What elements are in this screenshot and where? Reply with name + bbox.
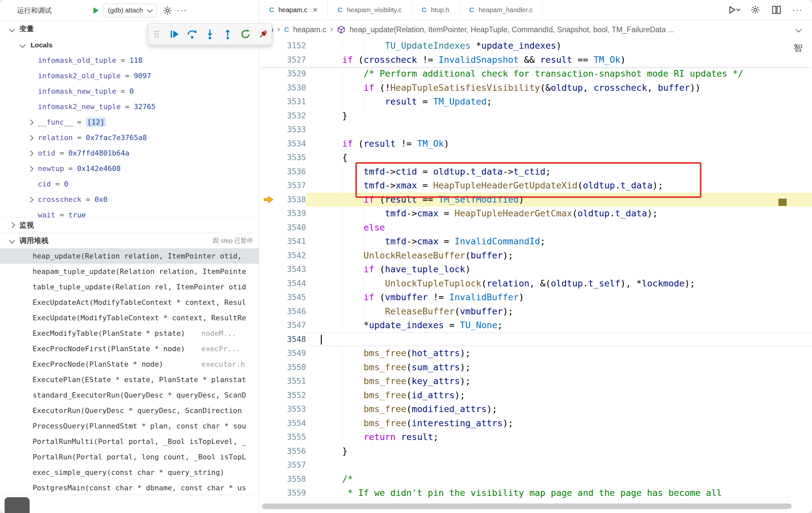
line-number[interactable]: 3547: [278, 318, 306, 332]
line-number[interactable]: 3527: [278, 53, 306, 67]
gutter-glyph[interactable]: [259, 123, 278, 137]
continue-button[interactable]: [167, 27, 182, 42]
chevron-down-icon[interactable]: [795, 26, 802, 32]
gutter-glyph[interactable]: [259, 290, 278, 304]
gutter-glyph[interactable]: [259, 277, 278, 291]
code-line[interactable]: 3544 UnlockTupleTuplock(relation, &(oldt…: [259, 277, 812, 291]
line-number[interactable]: 3543: [278, 263, 306, 277]
run-or-debug-button[interactable]: [727, 3, 742, 17]
callstack-section-header[interactable]: 调用堆栈 因 step 已暂停: [0, 233, 259, 248]
gutter-glyph[interactable]: [259, 179, 278, 193]
code-line[interactable]: 3540 else: [259, 221, 812, 235]
line-number[interactable]: 3549: [278, 346, 306, 360]
code-line[interactable]: 3547 *update_indexes = TU_None;: [259, 318, 812, 332]
line-number[interactable]: 3542: [278, 249, 306, 263]
line-number[interactable]: 3551: [278, 374, 306, 388]
gutter-glyph[interactable]: [259, 249, 278, 263]
callstack-frame[interactable]: ProcessQuery(PlannedStmt * plan, const c…: [0, 418, 259, 434]
chevron-right-icon[interactable]: [27, 119, 33, 125]
code-line[interactable]: 3549 bms_free(hot_attrs);: [259, 346, 812, 360]
gutter-glyph[interactable]: [259, 430, 278, 444]
callstack-frame[interactable]: ExecutePlan(EState * estate, PlanState *…: [0, 372, 259, 387]
callstack-frame[interactable]: heap_update(Relation relation, ItemPoint…: [0, 248, 259, 264]
close-tab-icon[interactable]: ×: [313, 5, 318, 14]
code-line[interactable]: 3557: [259, 458, 812, 472]
line-number[interactable]: 3532: [278, 109, 306, 123]
callstack-frame[interactable]: PortalRunMulti(Portal portal, _Bool isTo…: [0, 434, 259, 449]
code-line[interactable]: 3532 }: [259, 109, 812, 123]
callstack-frame[interactable]: ExecProcNode(PlanState * node)executor.h: [0, 357, 259, 372]
disconnect-button[interactable]: [256, 27, 271, 42]
chevron-right-icon[interactable]: [27, 197, 33, 203]
code-line[interactable]: 3539 tmfd->cmax = HeapTupleHeaderGetCmax…: [259, 207, 812, 221]
watch-section-header[interactable]: 监视: [0, 217, 259, 233]
code-line[interactable]: 3555 return result;: [259, 430, 812, 444]
code-line[interactable]: 3552 bms_free(id_attrs);: [259, 388, 812, 402]
code-line[interactable]: 3542 UnlockReleaseBuffer(buffer);: [259, 249, 812, 263]
gutter-glyph[interactable]: [259, 221, 278, 235]
callstack-frame[interactable]: ExecProcNodeFirst(PlanState * node)execP…: [0, 341, 259, 357]
line-number[interactable]: 3544: [278, 277, 306, 291]
gutter-glyph[interactable]: [259, 444, 278, 458]
gutter-glyph[interactable]: [259, 402, 278, 416]
gutter-glyph[interactable]: [259, 109, 278, 123]
callstack-frame[interactable]: table_tuple_update(Relation rel, ItemPoi…: [0, 279, 259, 295]
code-line[interactable]: 3543 if (have_tuple_lock): [259, 263, 812, 277]
variable-row[interactable]: cid = 0: [0, 176, 259, 192]
code-line[interactable]: 3537 tmfd->xmax = HeapTupleHeaderGetUpda…: [259, 179, 812, 193]
callstack-frame[interactable]: ExecUpdateAct(ModifyTableContext * conte…: [0, 295, 259, 310]
chevron-right-icon[interactable]: [27, 150, 33, 156]
debug-config-dropdown[interactable]: (gdb) attach: [103, 4, 157, 18]
line-number[interactable]: 3536: [278, 165, 306, 179]
chevron-right-icon[interactable]: [27, 135, 33, 141]
debug-current-line-arrow-icon[interactable]: [259, 193, 278, 207]
gutter-glyph[interactable]: [259, 388, 278, 402]
gutter-glyph[interactable]: [259, 458, 278, 472]
split-editor-icon[interactable]: [769, 3, 784, 17]
code-line[interactable]: 3550 bms_free(sum_attrs);: [259, 360, 812, 374]
code-line[interactable]: 3551 bms_free(key_attrs);: [259, 374, 812, 388]
code-line[interactable]: 3529 /* Perform additional check for tra…: [259, 67, 812, 81]
gutter-glyph[interactable]: [259, 416, 278, 430]
gutter-glyph[interactable]: [259, 95, 278, 109]
line-number[interactable]: 3545: [278, 290, 306, 304]
line-number[interactable]: 3539: [278, 207, 306, 221]
code-line[interactable]: 3553 bms_free(modified_attrs);: [259, 402, 812, 416]
code-line[interactable]: 3538 if (result == TM_SelfModified): [259, 193, 812, 207]
line-number[interactable]: 3556: [278, 444, 306, 458]
gutter-glyph[interactable]: [259, 304, 278, 319]
callstack-frame[interactable]: PortalRun(Portal portal, long count, _Bo…: [0, 449, 259, 465]
restart-button[interactable]: [238, 27, 253, 42]
code-line[interactable]: 3152 TU_UpdateIndexes *update_indexes): [259, 39, 812, 53]
tab-heapam.c[interactable]: Cheapam.c×: [259, 0, 328, 20]
line-number[interactable]: 3555: [278, 430, 306, 444]
line-number[interactable]: 3546: [278, 304, 306, 319]
line-number[interactable]: 3530: [278, 81, 306, 95]
gutter-glyph[interactable]: [259, 346, 278, 360]
gutter-glyph[interactable]: [259, 137, 278, 151]
line-number[interactable]: 3540: [278, 221, 306, 235]
variable-row[interactable]: wait = true: [0, 207, 259, 218]
line-number[interactable]: 3557: [278, 458, 306, 472]
variable-row[interactable]: infomask_new_tuple = 0: [0, 84, 259, 99]
gutter-glyph[interactable]: [259, 486, 278, 500]
gear-icon[interactable]: [160, 3, 175, 18]
variable-row[interactable]: infomask_old_tuple = 118: [0, 53, 259, 68]
code-line[interactable]: 3527 if (crosscheck != InvalidSnapshot &…: [259, 53, 812, 67]
callstack-frame[interactable]: exec_simple_query(const char * query_str…: [0, 465, 259, 480]
settings-gear-icon[interactable]: [748, 3, 763, 17]
line-number[interactable]: 3541: [278, 235, 306, 249]
callstack-frame[interactable]: PostgresMain(const char * dbname, const …: [0, 480, 259, 495]
line-number[interactable]: 3531: [278, 95, 306, 109]
code-line[interactable]: 3556 }: [259, 444, 812, 458]
gutter-glyph[interactable]: [259, 67, 278, 81]
line-number[interactable]: 3559: [278, 486, 306, 500]
line-number[interactable]: 3550: [278, 360, 306, 374]
more-actions-icon[interactable]: ···: [175, 3, 189, 18]
more-actions-icon[interactable]: ···: [790, 3, 805, 17]
callstack-frame[interactable]: standard_ExecutorRun(QueryDesc * queryDe…: [0, 387, 259, 403]
code-line[interactable]: 3535 {: [259, 151, 812, 165]
code-line[interactable]: 3530 if (!HeapTupleSatisfiesVisibility(&…: [259, 81, 812, 95]
callstack-frame[interactable]: ExecutorRun(QueryDesc * queryDesc, ScanD…: [0, 403, 259, 418]
line-number[interactable]: 3152: [278, 39, 306, 53]
